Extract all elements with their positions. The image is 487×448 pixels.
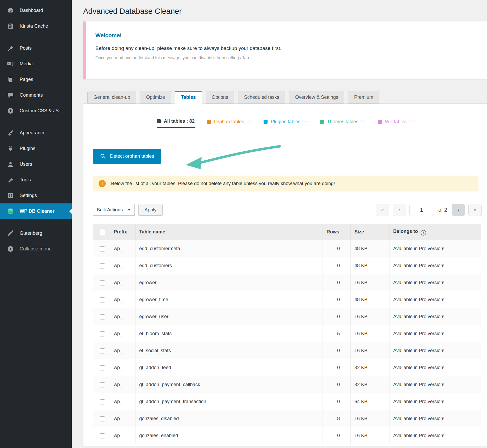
legend-orphan-tables[interactable]: Orphan tables : -- [207,118,251,128]
sidebar-item-label: Users [20,161,32,167]
sidebar-item-label: Appearance [20,130,45,136]
legend-all-tables[interactable]: All tables : 82 [157,118,195,128]
cell-rows: 0 [323,342,351,359]
sidebar-item-tools[interactable]: Tools [0,172,72,188]
sidebar-item-media[interactable]: Media [0,56,72,72]
sidebar-item-label: Media [20,61,33,67]
row-checkbox[interactable] [100,263,105,268]
chevron-down-icon: ▼ [128,208,131,212]
cell-size: 48 KB [351,240,389,257]
cell-belongs-to: Available in Pro version! [389,257,481,274]
annotation-arrow [181,140,282,174]
sidebar-item-plugins[interactable]: Plugins [0,141,72,156]
last-page-button[interactable]: » [468,204,482,216]
sidebar-item-collapse-menu[interactable]: Collapse menu [0,241,72,257]
warning-icon: ! [99,180,106,187]
row-checkbox[interactable] [100,433,105,438]
cell-rows: 0 [323,240,351,257]
warning-notice: ! Below the list of all your tables. Ple… [93,176,478,191]
sidebar-item-label: Settings [20,193,37,198]
tab-options[interactable]: Options [206,91,234,104]
previous-page-button[interactable]: ‹ [393,204,406,216]
row-checkbox[interactable] [100,331,105,336]
tab-scheduled-tasks[interactable]: Scheduled tasks [238,91,285,104]
welcome-title: Welcome! [95,32,475,39]
table-row: wp_ gonzales_disabled 8 16 KB Available … [93,410,481,427]
bulk-actions-select[interactable]: Bulk Actions ▼ [93,204,135,216]
apply-button[interactable]: Apply [138,204,163,216]
sidebar-item-pages[interactable]: Pages [0,72,72,87]
row-checkbox[interactable] [100,416,105,421]
sidebar-item-kinsta-cache[interactable]: Kinsta Cache [0,18,72,34]
cell-table-name: egrower [135,274,323,291]
sidebar-item-gutenberg[interactable]: Gutenberg [0,225,72,241]
cell-belongs-to: Available in Pro version! [389,325,481,342]
detect-orphan-tables-button[interactable]: Detect orphan tables [93,149,161,163]
row-checkbox[interactable] [100,297,105,302]
legend-label: WP tables : -- [385,119,414,125]
row-checkbox[interactable] [100,399,105,404]
legend-themes-tables[interactable]: Themes tables : -- [320,118,366,128]
row-checkbox[interactable] [100,314,105,319]
sidebar-item-label: Pages [20,77,33,82]
cell-belongs-to: Available in Pro version! [389,308,481,325]
current-page-box[interactable]: 1 [409,204,434,216]
sidebar-item-comments[interactable]: Comments [0,87,72,103]
cell-size: 16 KB [351,274,389,291]
tab-overview-settings[interactable]: Overview & Settings [289,91,344,104]
sidebar-item-label: Comments [20,92,43,98]
database-icon [7,208,14,215]
table-row: wp_ egrower_time 0 48 KB Available in Pr… [93,291,481,308]
tab-optimize[interactable]: Optimize [140,91,171,104]
select-all-checkbox[interactable] [100,229,105,235]
cell-rows: 0 [323,274,351,291]
tab-premium[interactable]: Premium [348,91,379,104]
warning-text: Below the list of all your tables. Pleas… [111,181,335,186]
tab-tables[interactable]: Tables [175,91,202,104]
legend-wp-tables[interactable]: WP tables : -- [378,118,414,128]
tab-general-clean-up[interactable]: General clean-up [87,91,136,104]
legend-label: Plugins tables : -- [271,119,308,125]
cell-size: 16 KB [351,410,389,427]
row-checkbox[interactable] [100,382,105,387]
row-checkbox[interactable] [100,246,105,251]
media-icon [7,61,14,67]
sidebar-item-settings[interactable]: Settings [0,188,72,203]
page-title: Advanced Database Cleaner [83,0,487,16]
wrench-icon [7,177,14,184]
first-page-button[interactable]: « [376,204,389,216]
header-belongs-to: Belongs toi [389,224,481,240]
pencil-icon [7,230,14,237]
cell-belongs-to: Available in Pro version! [389,342,481,359]
cell-size: 16 KB [351,342,389,359]
cell-prefix: wp_ [110,325,135,342]
cell-table-name: gonzales_enabled [135,427,323,444]
welcome-notice: Welcome! Before doing any clean-up, plea… [83,22,487,79]
detect-row: Detect orphan tables [93,149,487,164]
cell-table-name: gf_addon_payment_transaction [135,393,323,410]
sidebar-item-posts[interactable]: Posts [0,40,72,56]
table-row: wp_ edd_customers 0 48 KB Available in P… [93,257,481,274]
table-type-legend: All tables : 82 Orphan tables : -- Plugi… [83,104,487,128]
sidebar-item-custom-css-js[interactable]: Custom CSS & JS [0,103,72,119]
row-checkbox[interactable] [100,280,105,285]
row-checkbox[interactable] [100,365,105,370]
sidebar-item-wp-db-cleaner[interactable]: WP DB Cleaner [0,203,72,219]
admin-sidebar: Dashboard Kinsta Cache Posts Media Pages… [0,0,72,448]
themes-tables-swatch [320,120,324,124]
cell-belongs-to: Available in Pro version! [389,376,481,393]
sidebar-item-users[interactable]: Users [0,156,72,172]
sidebar-item-appearance[interactable]: Appearance [0,125,72,141]
info-icon[interactable]: i [421,230,426,236]
cell-prefix: wp_ [110,427,135,444]
sidebar-item-label: Tools [20,177,31,183]
table-row: wp_ et_bloom_stats 5 16 KB Available in … [93,325,481,342]
sidebar-item-dashboard[interactable]: Dashboard [0,3,72,18]
next-page-button[interactable]: › [452,204,465,216]
legend-plugins-tables[interactable]: Plugins tables : -- [264,118,308,128]
welcome-note: Once you read and understand this messag… [95,56,475,60]
cell-belongs-to: Available in Pro version! [389,274,481,291]
row-checkbox[interactable] [100,348,105,353]
cell-table-name: gonzales_disabled [135,410,323,427]
table-row: wp_ et_social_stats 0 16 KB Available in… [93,342,481,359]
